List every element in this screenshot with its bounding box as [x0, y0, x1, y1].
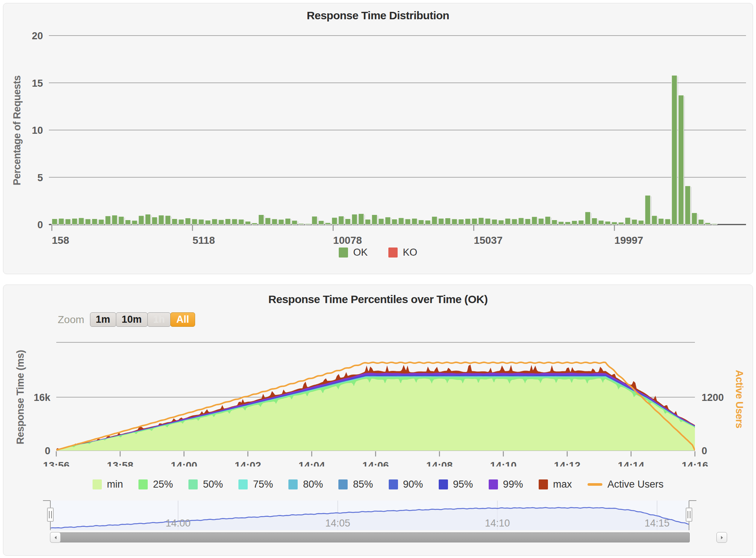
- legend-item-25pct[interactable]: 25%: [138, 479, 173, 490]
- zoom-button-1h: 1h: [147, 312, 171, 327]
- zoom-label: Zoom: [58, 314, 84, 326]
- time-x-tick: 14:00: [171, 460, 197, 466]
- legend-label: 90%: [403, 479, 423, 490]
- legend-swatch: [489, 479, 498, 489]
- distribution-x-tick: 5118: [193, 235, 215, 246]
- time-x-tick: 14:14: [618, 460, 645, 466]
- distribution-legend: OKKO: [3, 246, 753, 259]
- zoom-button-1m[interactable]: 1m: [90, 312, 116, 327]
- legend-label: min: [107, 479, 123, 490]
- time-x-tick: 14:16: [682, 460, 708, 466]
- percentile-areas[interactable]: [56, 362, 695, 451]
- legend-label: Active Users: [608, 479, 664, 490]
- navigator-chart[interactable]: 14:0014:0514:1014:15: [3, 499, 753, 532]
- legend-label: KO: [403, 247, 417, 258]
- percentiles-chart[interactable]: 016k0120013:5613:5814:0014:0214:0414:061…: [3, 326, 753, 466]
- legend-label: 85%: [353, 479, 373, 490]
- distribution-y-tick: 20: [32, 30, 43, 41]
- time-x-tick: 14:10: [490, 460, 517, 466]
- panel-percentiles-over-time: Response Time Percentiles over Time (OK)…: [3, 285, 753, 556]
- legend-line-swatch: [588, 483, 602, 486]
- legend-swatch: [93, 479, 102, 489]
- time-x-tick: 14:04: [298, 460, 325, 466]
- legend-item-active-users[interactable]: Active Users: [588, 479, 664, 490]
- gatling-report-page: Response Time Distribution Percentage of…: [0, 0, 756, 558]
- time-x-tick: 13:56: [43, 460, 70, 466]
- response-time-y-tick: 16k: [34, 392, 51, 403]
- navigator-time-label: 14:10: [485, 518, 510, 529]
- distribution-title: Response Time Distribution: [3, 9, 753, 22]
- legend-item-max[interactable]: max: [539, 479, 572, 490]
- ok-bars[interactable]: [52, 75, 718, 226]
- active-users-y-tick: 1200: [702, 392, 724, 403]
- distribution-x-tick: 19997: [615, 235, 643, 246]
- legend-label: 75%: [253, 479, 273, 490]
- time-x-tick: 14:08: [426, 460, 453, 466]
- legend-label: 95%: [453, 479, 473, 490]
- percentiles-title: Response Time Percentiles over Time (OK): [3, 293, 753, 306]
- distribution-y-tick: 15: [32, 78, 43, 89]
- distribution-y-tick: 0: [37, 219, 43, 230]
- navigator-time-label: 14:05: [325, 518, 350, 529]
- legend-item-75pct[interactable]: 75%: [238, 479, 273, 490]
- legend-item-99pct[interactable]: 99%: [489, 479, 523, 490]
- legend-item-95pct[interactable]: 95%: [439, 479, 473, 490]
- legend-swatch-ok: [339, 248, 348, 258]
- scrollbar-track[interactable]: [50, 532, 690, 542]
- legend-swatch: [539, 479, 548, 489]
- legend-item-ko[interactable]: KO: [388, 247, 417, 258]
- distribution-y-tick: 10: [32, 125, 43, 136]
- time-x-tick: 14:12: [554, 460, 581, 466]
- legend-swatch: [188, 479, 198, 489]
- distribution-x-tick: 10078: [333, 235, 362, 246]
- legend-item-min[interactable]: min: [93, 479, 123, 490]
- legend-item-80pct[interactable]: 80%: [288, 479, 323, 490]
- distribution-y-tick: 5: [37, 172, 43, 183]
- time-x-tick: 14:06: [362, 460, 389, 466]
- zoom-controls: Zoom 1m10m1hAll: [58, 312, 195, 327]
- legend-item-ok[interactable]: OK: [339, 247, 368, 258]
- legend-swatch: [138, 479, 148, 489]
- legend-swatch: [389, 479, 398, 489]
- time-x-tick: 14:02: [235, 460, 261, 466]
- legend-label: OK: [353, 247, 368, 258]
- scrollbar-left-arrow-icon[interactable]: [50, 532, 61, 543]
- distribution-x-tick: 158: [52, 235, 69, 246]
- response-time-y-tick: 0: [45, 445, 50, 456]
- legend-label: 80%: [303, 479, 323, 490]
- time-x-tick: 13:58: [107, 460, 134, 466]
- scrollbar-right-arrow-icon[interactable]: [716, 532, 727, 543]
- distribution-x-tick: 15037: [474, 235, 503, 246]
- legend-label: 99%: [503, 479, 523, 490]
- legend-swatch: [338, 479, 348, 489]
- distribution-histogram-chart[interactable]: 051015201585118100781503719997: [3, 23, 753, 248]
- zoom-button-all[interactable]: All: [170, 312, 195, 327]
- legend-label: max: [553, 479, 572, 490]
- legend-label: 50%: [203, 479, 223, 490]
- panel-response-time-distribution: Response Time Distribution Percentage of…: [3, 3, 753, 274]
- legend-item-85pct[interactable]: 85%: [338, 479, 373, 490]
- legend-swatch-ko: [388, 248, 398, 258]
- legend-item-90pct[interactable]: 90%: [389, 479, 423, 490]
- percentiles-legend: min25%50%75%80%85%90%95%99%maxActive Use…: [3, 478, 753, 491]
- navigator-scrollbar[interactable]: [50, 532, 699, 542]
- active-users-y-tick: 0: [702, 445, 707, 456]
- navigator-time-label: 14:00: [165, 518, 191, 529]
- navigator-time-label: 14:15: [645, 518, 670, 529]
- legend-item-50pct[interactable]: 50%: [188, 479, 223, 490]
- legend-swatch: [288, 479, 298, 489]
- legend-label: 25%: [153, 479, 173, 490]
- legend-swatch: [238, 479, 248, 489]
- zoom-button-10m[interactable]: 10m: [116, 312, 148, 327]
- legend-swatch: [439, 479, 448, 489]
